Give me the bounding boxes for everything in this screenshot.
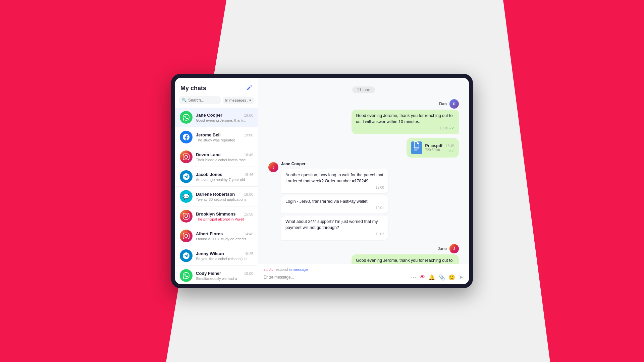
chat-time-darlene-robertson: 16:00 xyxy=(244,192,253,196)
chat-top-darlene-robertson: Darlene Robertson 16:00 xyxy=(196,192,253,197)
chat-name-jane-cooper: Jane Cooper xyxy=(196,113,222,118)
incoming-sender-label: Jane Cooper xyxy=(281,162,388,166)
chat-avatar-jacob-jones xyxy=(180,170,193,183)
filter-button[interactable]: In messages . ▾ xyxy=(223,97,254,104)
chat-top-jacob-jones: Jacob Jones 18:46 xyxy=(196,172,253,177)
msg-row-outgoing-1: Dan D Good evening Jerome, thank you for… xyxy=(268,99,459,134)
incoming-time-3: 19:02 xyxy=(376,232,384,237)
filter-label: In messages . xyxy=(225,98,248,102)
chat-preview-jane-cooper: Good evening Jerome, thank... xyxy=(196,118,253,122)
incoming-text-3: What about 24/7 support? I'm just worrie… xyxy=(285,219,378,230)
chat-time-cody-fisher: 10:00 xyxy=(244,272,253,276)
dots-icon[interactable]: ⋯ xyxy=(411,274,416,281)
chat-name-albert-flores: Albert Flores xyxy=(196,231,223,236)
chat-avatar-devon-lane xyxy=(180,150,193,163)
outgoing-header-dan: Dan D xyxy=(439,99,459,109)
search-icon: 🔍 xyxy=(182,98,187,103)
file-bubble: Price.pdf 720.89 kb 18:45 ✓✓ xyxy=(407,138,459,158)
tablet-inner: My chats 🔍 In messages . ▾ xyxy=(175,78,469,284)
chat-preview-devon-lane: Their blood alcohol levels rose xyxy=(196,158,253,162)
msg-row-file: Price.pdf 720.89 kb 18:45 ✓✓ xyxy=(268,138,459,158)
sidebar-header: My chats xyxy=(175,78,258,96)
chat-preview-jerome-bell: The study was repeated xyxy=(196,138,253,142)
sidebar-title: My chats xyxy=(180,85,206,92)
chat-info-darlene-robertson: Darlene Robertson 16:00 Twenty 30-second… xyxy=(196,192,253,201)
msg-time-1: 18:30 xyxy=(440,126,448,131)
chat-name-darlene-robertson: Darlene Robertson xyxy=(196,192,235,197)
attach-icon[interactable]: 📎 xyxy=(438,274,445,281)
chat-preview-jacob-jones: An average healthy 7 year old xyxy=(196,178,253,182)
chat-item-devon-lane[interactable]: Devon Lane 18:46 Their blood alcohol lev… xyxy=(175,147,258,167)
file-info: Price.pdf 720.89 kb xyxy=(425,143,442,152)
file-name: Price.pdf xyxy=(425,143,442,148)
chat-top-devon-lane: Devon Lane 18:46 xyxy=(196,152,253,157)
bubble-incoming-2: Login - Jer90, transferred via FastPay w… xyxy=(281,195,388,214)
incoming-time-2: 19:01 xyxy=(376,206,384,211)
chat-time-jacob-jones: 18:46 xyxy=(244,173,253,177)
eye-icon[interactable]: 👁 xyxy=(420,274,425,280)
incoming-group-jane: J Jane Cooper Another question, how long… xyxy=(268,162,459,240)
bell-icon[interactable]: 🔔 xyxy=(428,274,435,281)
chat-time-jenny-wilson: 10:25 xyxy=(244,252,253,256)
search-bar: 🔍 In messages . ▾ xyxy=(179,96,254,104)
chat-avatar-jenny-wilson xyxy=(180,249,193,262)
compose-icon[interactable] xyxy=(247,84,253,92)
outgoing-sender-jane: Jane xyxy=(438,246,447,251)
outgoing-sender-dan: Dan xyxy=(439,102,447,106)
chat-info-brooklyn-simmons: Brooklyn Simmons 15:58 The principal alc… xyxy=(196,212,253,221)
reply-in: in message xyxy=(289,267,308,272)
file-icon xyxy=(411,141,422,154)
chat-info-jacob-jones: Jacob Jones 18:46 An average healthy 7 y… xyxy=(196,172,253,182)
chat-item-darlene-robertson[interactable]: 💬 Darlene Robertson 16:00 Twenty 30-seco… xyxy=(175,187,258,206)
chat-name-jerome-bell: Jerome Bell xyxy=(196,132,221,137)
chat-item-brooklyn-simmons[interactable]: Brooklyn Simmons 15:58 The principal alc… xyxy=(175,206,258,226)
chat-item-cody-fisher[interactable]: Cody Fisher 10:00 Simultaneously we had … xyxy=(175,266,258,284)
msg-text-1: Good evening Jerome, thank you for reach… xyxy=(356,113,452,124)
chat-top-brooklyn-simmons: Brooklyn Simmons 15:58 xyxy=(196,212,253,217)
chat-name-cody-fisher: Cody Fisher xyxy=(196,271,221,276)
chat-item-jenny-wilson[interactable]: Jenny Wilson 10:25 So yes, the alcohol (… xyxy=(175,246,258,266)
chat-info-jenny-wilson: Jenny Wilson 10:25 So yes, the alcohol (… xyxy=(196,251,253,261)
chat-time-jerome-bell: 19:00 xyxy=(244,133,253,137)
chat-top-cody-fisher: Cody Fisher 10:00 xyxy=(196,271,253,276)
send-icon[interactable]: ➤ xyxy=(459,274,464,281)
message-input[interactable] xyxy=(264,275,408,280)
chat-item-jerome-bell[interactable]: Jerome Bell 19:00 The study was repeated xyxy=(175,127,258,147)
bubble-incoming-3: What about 24/7 support? I'm just worrie… xyxy=(281,216,388,240)
chat-item-jacob-jones[interactable]: Jacob Jones 18:46 An average healthy 7 y… xyxy=(175,167,258,187)
file-size: 720.89 kb xyxy=(425,148,442,152)
avatar-jane-incoming: J xyxy=(268,162,278,172)
file-time: 18:45 xyxy=(446,144,454,148)
bubble-outgoing-1: Good evening Jerome, thank you for reach… xyxy=(352,110,459,134)
chat-info-cody-fisher: Cody Fisher 10:00 Simultaneously we had … xyxy=(196,271,253,281)
input-row: ⋯ 👁 🔔 📎 🙂 ➤ xyxy=(264,274,464,281)
emoji-icon[interactable]: 🙂 xyxy=(448,274,455,281)
filter-arrow: ▾ xyxy=(249,98,251,103)
file-check: ✓✓ xyxy=(449,149,454,153)
chat-name-devon-lane: Devon Lane xyxy=(196,152,221,157)
chat-time-brooklyn-simmons: 15:58 xyxy=(244,212,253,216)
chat-avatar-brooklyn-simmons xyxy=(180,210,193,223)
search-input[interactable] xyxy=(188,98,218,103)
chat-top-albert-flores: Albert Flores 14:46 xyxy=(196,231,253,236)
chat-avatar-albert-flores xyxy=(180,230,193,242)
chat-time-devon-lane: 18:46 xyxy=(244,153,253,157)
search-input-wrap[interactable]: 🔍 xyxy=(179,96,221,104)
chat-info-jane-cooper: Jane Cooper 19:00 Good evening Jerome, t… xyxy=(196,113,253,122)
chat-top-jane-cooper: Jane Cooper 19:00 xyxy=(196,113,253,118)
incoming-text-1: Another question, how long to wait for t… xyxy=(285,173,383,183)
chat-info-jerome-bell: Jerome Bell 19:00 The study was repeated xyxy=(196,132,253,142)
chat-preview-darlene-robertson: Twenty 30-second applications xyxy=(196,197,253,201)
chat-info-albert-flores: Albert Flores 14:46 I found a 2007 study… xyxy=(196,231,253,241)
bubble-outgoing-2: Good evening Jerome, thank you for reach… xyxy=(352,254,459,264)
chat-item-albert-flores[interactable]: Albert Flores 14:46 I found a 2007 study… xyxy=(175,226,258,246)
input-icons: ⋯ 👁 🔔 📎 🙂 ➤ xyxy=(411,274,464,281)
chat-item-jane-cooper[interactable]: Jane Cooper 19:00 Good evening Jerome, t… xyxy=(175,108,258,127)
chat-input-area: studio respond in message ⋯ 👁 🔔 📎 🙂 ➤ xyxy=(258,264,469,284)
reply-studio: studio xyxy=(264,267,273,272)
chat-preview-cody-fisher: Simultaneously we had a xyxy=(196,277,253,281)
chat-time-jane-cooper: 19:00 xyxy=(244,113,253,117)
chat-preview-brooklyn-simmons: The principal alcohol in Purell xyxy=(196,217,253,221)
chat-top-jenny-wilson: Jenny Wilson 10:25 xyxy=(196,251,253,256)
reply-hint: studio respond in message xyxy=(264,267,464,272)
